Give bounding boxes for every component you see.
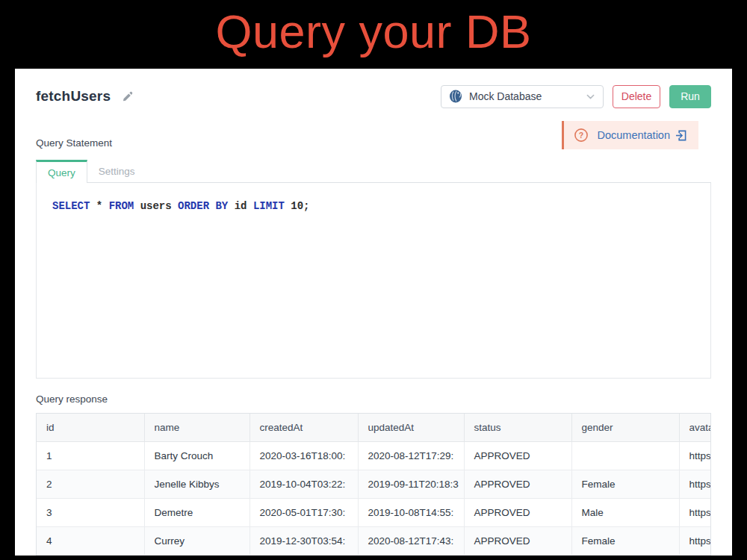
- statement-header-row: Query Statement ? Documentation: [36, 121, 711, 149]
- table-cell: Female: [571, 526, 679, 555]
- tab-query[interactable]: Query: [36, 160, 87, 183]
- column-header-gender: gender: [571, 414, 679, 441]
- sql-text: *: [90, 200, 108, 212]
- table-row: 4Currey2019-12-30T03:54:2020-08-12T17:43…: [37, 526, 711, 555]
- table-cell: APPROVED: [464, 470, 571, 498]
- table-cell: 4: [37, 526, 144, 555]
- table-cell: 2019-10-04T03:22:: [249, 470, 358, 498]
- table-cell: Jenelle Kibbys: [144, 470, 249, 498]
- table-cell: 2020-03-16T18:00:: [249, 441, 358, 470]
- table-cell: 2020-05-01T17:30:: [249, 498, 358, 526]
- column-header-id: id: [37, 414, 144, 441]
- table-cell: https://: [679, 441, 711, 470]
- table-cell: https://: [679, 470, 711, 498]
- delete-button[interactable]: Delete: [613, 85, 660, 108]
- table-row: 3Demetre2020-05-01T17:30:2019-10-08T14:5…: [37, 498, 711, 526]
- sql-editor[interactable]: SELECT * FROM users ORDER BY id LIMIT 10…: [36, 183, 711, 379]
- table-header-row: idnamecreatedAtupdatedAtstatusgenderavat…: [37, 414, 711, 441]
- result-table: idnamecreatedAtupdatedAtstatusgenderavat…: [37, 414, 711, 556]
- database-select-value: Mock Database: [469, 90, 542, 102]
- column-header-avatar: avatar: [679, 414, 711, 441]
- topbar-controls: Mock Database Delete Run: [441, 85, 711, 108]
- table-cell: 2020-08-12T17:43:: [358, 526, 464, 555]
- topbar: fetchUsers: [36, 84, 711, 109]
- sql-keyword: FROM: [109, 200, 134, 212]
- table-cell: https://: [679, 526, 711, 555]
- database-select[interactable]: Mock Database: [441, 85, 604, 108]
- table-cell: Demetre: [144, 498, 249, 526]
- page-title: Query your DB: [0, 4, 747, 58]
- table-cell: 2019-10-08T14:55:: [358, 498, 464, 526]
- sql-keyword: SELECT: [52, 200, 90, 212]
- sql-text: 10;: [285, 200, 310, 212]
- table-cell: APPROVED: [464, 498, 571, 526]
- query-response-label: Query response: [36, 393, 711, 405]
- table-cell: 2: [37, 470, 144, 498]
- table-cell: 2019-09-11T20:18:3: [358, 470, 464, 498]
- table-cell: APPROVED: [464, 441, 571, 470]
- table-row: 2Jenelle Kibbys2019-10-04T03:22:2019-09-…: [37, 470, 711, 498]
- table-cell: APPROVED: [464, 526, 571, 555]
- enter-arrow-icon: [675, 130, 686, 141]
- table-cell: https://: [679, 498, 711, 526]
- table-cell: 2019-12-30T03:54:: [249, 526, 358, 555]
- table-cell: Female: [571, 470, 679, 498]
- query-statement-label: Query Statement: [36, 137, 112, 149]
- sql-text: id: [228, 200, 253, 212]
- column-header-status: status: [464, 414, 571, 441]
- column-header-createdAt: createdAt: [249, 414, 358, 441]
- table-row: 1Barty Crouch2020-03-16T18:00:2020-08-12…: [37, 441, 711, 470]
- documentation-banner: ? Documentation: [562, 121, 698, 149]
- question-circle-icon: ?: [574, 128, 589, 143]
- page: Query your DB fetchUsers: [0, 0, 747, 560]
- documentation-link[interactable]: Documentation: [597, 129, 686, 141]
- table-cell: 1: [37, 441, 144, 470]
- table-cell: 3: [37, 498, 144, 526]
- table-cell: 2020-08-12T17:29:: [358, 441, 464, 470]
- sql-keyword: LIMIT: [253, 200, 285, 212]
- query-name-group: fetchUsers: [36, 88, 133, 105]
- result-table-wrap: idnamecreatedAtupdatedAtstatusgenderavat…: [36, 413, 711, 556]
- column-header-updatedAt: updatedAt: [358, 414, 464, 441]
- tab-bar: Query Settings: [36, 160, 711, 183]
- query-name: fetchUsers: [36, 88, 111, 105]
- sql-text: users: [134, 200, 178, 212]
- pencil-icon[interactable]: [122, 91, 133, 102]
- chevron-down-icon: [586, 92, 595, 102]
- table-cell: Male: [571, 498, 679, 526]
- postgresql-icon: [449, 90, 462, 103]
- sql-keyword: ORDER BY: [178, 200, 228, 212]
- table-cell: Barty Crouch: [144, 441, 249, 470]
- table-cell: Currey: [144, 526, 249, 555]
- run-button[interactable]: Run: [669, 85, 711, 108]
- table-cell: [571, 441, 679, 470]
- documentation-link-label: Documentation: [597, 129, 670, 141]
- svg-text:?: ?: [579, 131, 583, 140]
- sql-code-line: SELECT * FROM users ORDER BY id LIMIT 10…: [52, 200, 695, 212]
- column-header-name: name: [144, 414, 249, 441]
- query-editor-panel: fetchUsers: [15, 69, 732, 556]
- tab-settings[interactable]: Settings: [87, 160, 146, 182]
